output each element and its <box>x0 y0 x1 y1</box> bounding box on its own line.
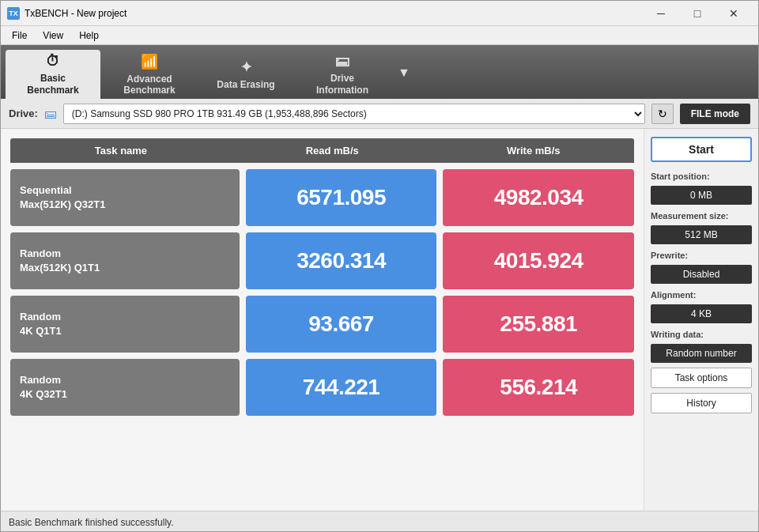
app-icon: TX <box>7 7 20 20</box>
close-button[interactable]: ✕ <box>716 1 752 26</box>
bench-rows: Sequential Max(512K) Q32T1 6571.095 4982… <box>10 169 634 416</box>
menu-bar: File View Help <box>1 26 758 45</box>
toolbar-more-arrow[interactable]: ▼ <box>391 66 417 80</box>
status-text: Basic Benchmark finished successfully. <box>9 517 174 528</box>
title-bar: TX TxBENCH - New project ─ □ ✕ <box>1 1 758 26</box>
start-position-value: 0 MB <box>651 186 752 205</box>
file-mode-button[interactable]: FILE mode <box>680 104 750 124</box>
prewrite-label: Prewrite: <box>651 251 752 260</box>
write-sequential: 4982.034 <box>443 169 634 226</box>
tab-erasing-label: Data Erasing <box>217 79 274 90</box>
read-sequential: 6571.095 <box>246 169 437 226</box>
main-content: Task name Read mB/s Write mB/s Sequentia… <box>1 129 758 511</box>
drive-type-icon: 🖴 <box>44 107 57 121</box>
header-read: Read mB/s <box>232 138 433 163</box>
data-erasing-icon: ✦ <box>240 58 252 76</box>
write-random-512k: 4015.924 <box>443 232 634 289</box>
tab-advanced-benchmark[interactable]: 📶 AdvancedBenchmark <box>102 50 197 99</box>
task-random-4k-q32t1: Random 4K Q32T1 <box>10 359 240 416</box>
task-random-512k: Random Max(512K) Q1T1 <box>10 232 240 289</box>
maximize-button[interactable]: □ <box>679 1 716 26</box>
task-options-button[interactable]: Task options <box>651 368 752 388</box>
basic-benchmark-icon: ⏱ <box>46 53 60 70</box>
tab-basic-benchmark[interactable]: ⏱ BasicBenchmark <box>6 50 100 99</box>
toolbar: ⏱ BasicBenchmark 📶 AdvancedBenchmark ✦ D… <box>1 45 758 99</box>
write-random-4k-q1t1: 255.881 <box>443 296 634 353</box>
drive-refresh-button[interactable]: ↻ <box>651 104 674 124</box>
advanced-benchmark-icon: 📶 <box>141 53 158 70</box>
task-sequential: Sequential Max(512K) Q32T1 <box>10 169 240 226</box>
status-bar: Basic Benchmark finished successfully. <box>1 511 758 532</box>
minimize-button[interactable]: ─ <box>643 1 679 26</box>
tab-drive-information[interactable]: 🖴 DriveInformation <box>295 50 390 99</box>
window-title: TxBENCH - New project <box>25 8 643 19</box>
header-task-name: Task name <box>10 138 232 163</box>
alignment-value: 4 KB <box>651 304 752 323</box>
task-random-4k-q1t1: Random 4K Q1T1 <box>10 296 240 353</box>
bench-header: Task name Read mB/s Write mB/s <box>10 138 634 163</box>
drive-information-icon: 🖴 <box>335 53 349 70</box>
table-row: Random 4K Q1T1 93.667 255.881 <box>10 296 634 353</box>
drive-label: Drive: <box>9 108 38 119</box>
drive-select[interactable]: (D:) Samsung SSD 980 PRO 1TB 931.49 GB (… <box>63 104 645 124</box>
sidebar: Start Start position: 0 MB Measurement s… <box>644 129 758 511</box>
prewrite-value: Disabled <box>651 265 752 284</box>
drive-bar: Drive: 🖴 (D:) Samsung SSD 980 PRO 1TB 93… <box>1 99 758 129</box>
measurement-size-value: 512 MB <box>651 225 752 244</box>
history-button[interactable]: History <box>651 393 752 413</box>
start-button[interactable]: Start <box>651 137 752 162</box>
writing-data-label: Writing data: <box>651 330 752 339</box>
table-row: Random Max(512K) Q1T1 3260.314 4015.924 <box>10 232 634 289</box>
table-row: Sequential Max(512K) Q32T1 6571.095 4982… <box>10 169 634 226</box>
benchmark-area: Task name Read mB/s Write mB/s Sequentia… <box>1 129 644 511</box>
header-write: Write mB/s <box>432 138 634 163</box>
start-position-label: Start position: <box>651 172 752 181</box>
measurement-size-label: Measurement size: <box>651 211 752 221</box>
write-random-4k-q32t1: 556.214 <box>443 359 634 416</box>
menu-help[interactable]: Help <box>71 28 107 43</box>
writing-data-value: Random number <box>651 344 752 363</box>
tab-advanced-label: AdvancedBenchmark <box>123 74 175 96</box>
read-random-4k-q1t1: 93.667 <box>246 296 437 353</box>
tab-drive-label: DriveInformation <box>316 73 368 96</box>
table-row: Random 4K Q32T1 744.221 556.214 <box>10 359 634 416</box>
tab-data-erasing[interactable]: ✦ Data Erasing <box>198 50 293 99</box>
window-controls: ─ □ ✕ <box>643 1 752 26</box>
alignment-label: Alignment: <box>651 290 752 300</box>
read-random-512k: 3260.314 <box>246 232 437 289</box>
menu-file[interactable]: File <box>4 28 35 43</box>
menu-view[interactable]: View <box>35 28 71 43</box>
tab-basic-label: BasicBenchmark <box>27 73 78 96</box>
read-random-4k-q32t1: 744.221 <box>246 359 437 416</box>
